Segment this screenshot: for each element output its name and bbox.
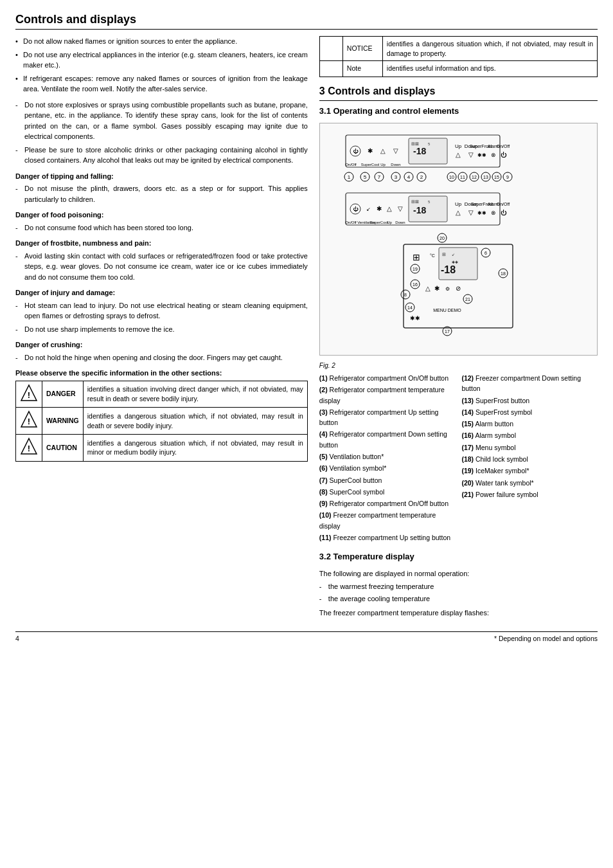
- svg-text:11: 11: [461, 175, 466, 179]
- svg-text:△: △: [387, 205, 392, 212]
- svg-text:⚙: ⚙: [445, 286, 450, 292]
- danger-injury-text-2: Do not use sharp implements to remove th…: [15, 324, 308, 335]
- svg-text:SuperCool: SuperCool: [361, 163, 379, 167]
- notice-table: NOTICE identifies a dangerous situation …: [319, 36, 598, 77]
- temp-item-1: the warmest freezing temperature: [319, 581, 598, 592]
- svg-text:10: 10: [450, 175, 455, 179]
- temp-list: the warmest freezing temperature the ave…: [319, 581, 598, 604]
- page-number: 4: [15, 635, 19, 642]
- right-column: NOTICE identifies a dangerous situation …: [319, 36, 598, 621]
- fig-caption: Fig. 2: [319, 361, 598, 370]
- svg-text:14: 14: [408, 305, 413, 310]
- svg-text:Down: Down: [396, 221, 405, 224]
- svg-text:Up: Up: [455, 201, 462, 207]
- part-1: (1) Refrigerator compartment On/Off butt…: [319, 373, 456, 383]
- svg-text:MENU  DEMO: MENU DEMO: [434, 308, 462, 312]
- part-15: (15) Alarm button: [461, 419, 598, 429]
- parts-list: (1) Refrigerator compartment On/Off butt…: [319, 373, 598, 544]
- note-icon-cell: [319, 61, 342, 77]
- bullet-item-2: Do not use any electrical appliances in …: [15, 50, 308, 71]
- note-row: Note identifies useful information and t…: [319, 61, 597, 77]
- svg-text:⏻: ⏻: [353, 206, 359, 212]
- caution-icon-cell: !: [16, 435, 42, 462]
- part-7: (7) SuperCool button: [319, 475, 456, 485]
- svg-text:△: △: [425, 285, 431, 292]
- parts-right: (12) Freezer compartment Down setting bu…: [461, 373, 598, 544]
- svg-text:△: △: [456, 209, 461, 216]
- temp-flash: The freezer compartment temperature disp…: [319, 608, 598, 619]
- temp-section: The following are displayed in normal op…: [319, 568, 598, 619]
- bullet-item-3: If refrigerant escapes: remove any naked…: [15, 73, 308, 95]
- danger-icon-cell: !: [16, 381, 42, 408]
- diagram-svg: ⏻ ✱ △ ▽ ⊞⊠ 5 -18 Up Down SuperFrost △ ▽ …: [339, 129, 577, 347]
- svg-text:19: 19: [413, 267, 418, 271]
- notice-icon-cell: [319, 37, 342, 61]
- svg-text:°C: °C: [430, 253, 435, 258]
- danger-crushing-heading: Danger of crushing:: [15, 339, 308, 350]
- svg-text:On/Off: On/Off: [497, 202, 510, 206]
- svg-text:▽: ▽: [393, 147, 398, 154]
- svg-text:15: 15: [495, 175, 500, 179]
- note-label: Note: [342, 61, 382, 77]
- svg-text:SuperCool: SuperCool: [370, 221, 388, 224]
- svg-text:✱: ✱: [434, 285, 440, 292]
- parts-left: (1) Refrigerator compartment On/Off butt…: [319, 373, 456, 544]
- part-9: (9) Refrigerator compartment On/Off butt…: [319, 498, 456, 509]
- part-3: (3) Refrigerator compartment Up setting …: [319, 407, 456, 428]
- page-title: Controls and displays: [15, 13, 598, 30]
- svg-text:20: 20: [440, 236, 445, 240]
- danger-frostbite-text: Avoid lasting skin contact with cold sur…: [15, 251, 308, 283]
- part-6: (6) Ventilation symbol*: [319, 463, 456, 473]
- svg-text:▽: ▽: [398, 205, 403, 212]
- bullet-list: Do not allow naked flames or ignition so…: [15, 36, 308, 95]
- danger-text: identifies a situation involving direct …: [83, 381, 307, 408]
- part-8: (8) SuperCool symbol: [319, 487, 456, 497]
- footer-note: * Depending on model and options: [494, 635, 598, 642]
- svg-text:⏻: ⏻: [501, 210, 507, 216]
- svg-text:On/Off: On/Off: [497, 144, 510, 149]
- danger-row: ! DANGER identifies a situation involvin…: [16, 381, 308, 408]
- svg-text:⊞: ⊞: [442, 252, 446, 257]
- svg-text:6: 6: [484, 251, 487, 255]
- svg-text:7: 7: [378, 174, 381, 180]
- notice-row: NOTICE identifies a dangerous situation …: [319, 37, 597, 61]
- svg-text:▽: ▽: [468, 151, 474, 158]
- svg-text:⊞⊠: ⊞⊠: [411, 199, 419, 204]
- part-5: (5) Ventilation button*: [319, 451, 456, 462]
- svg-text:△: △: [380, 147, 386, 154]
- svg-text:⊘: ⊘: [456, 285, 461, 292]
- danger-crushing-text: Do not hold the hinge when opening and c…: [15, 352, 308, 363]
- danger-tipping-text: Do not misuse the plinth, drawers, doors…: [15, 183, 308, 204]
- part-11: (11) Freezer compartment Up setting butt…: [319, 532, 456, 543]
- svg-text:18: 18: [501, 271, 506, 276]
- svg-text:✱: ✱: [377, 205, 382, 212]
- svg-text:-18: -18: [413, 146, 426, 156]
- control-diagram: ⏻ ✱ △ ▽ ⊞⊠ 5 -18 Up Down SuperFrost △ ▽ …: [319, 123, 598, 356]
- caution-row: ! CAUTION identifies a dangerous situati…: [16, 435, 308, 462]
- svg-text:⊞: ⊞: [413, 252, 420, 262]
- svg-text:⏻: ⏻: [353, 149, 359, 154]
- svg-text:-18: -18: [441, 264, 456, 275]
- caution-label: CAUTION: [42, 435, 84, 462]
- warning-text: identifies a dangerous situation which, …: [83, 408, 307, 435]
- caution-icon: !: [20, 437, 38, 455]
- danger-food-heading: Danger of food poisoning:: [15, 210, 308, 221]
- svg-text:!: !: [28, 444, 30, 453]
- dash-item-1: Do not store explosives or sprays using …: [15, 100, 308, 142]
- danger-icon: !: [20, 384, 38, 402]
- svg-text:↙: ↙: [366, 206, 371, 212]
- note-text: identifies useful information and tips.: [382, 61, 597, 77]
- left-column: Do not allow naked flames or ignition so…: [15, 36, 308, 621]
- part-4: (4) Refrigerator compartment Down settin…: [319, 429, 456, 450]
- svg-text:16: 16: [413, 282, 418, 287]
- svg-text:!: !: [28, 417, 30, 426]
- bullet-item-1: Do not allow naked flames or ignition so…: [15, 36, 308, 47]
- danger-injury-text-1: Hot steam can lead to injury. Do not use…: [15, 300, 308, 321]
- notice-text: identifies a dangerous situation which, …: [382, 37, 597, 61]
- svg-text:✱✱: ✱✱: [477, 152, 486, 158]
- svg-text:△: △: [456, 151, 461, 158]
- part-19: (19) IceMaker symbol*: [461, 466, 598, 476]
- section31-title: 3.1 Operating and control elements: [319, 105, 598, 118]
- svg-text:12: 12: [472, 175, 477, 179]
- danger-label: DANGER: [42, 381, 84, 408]
